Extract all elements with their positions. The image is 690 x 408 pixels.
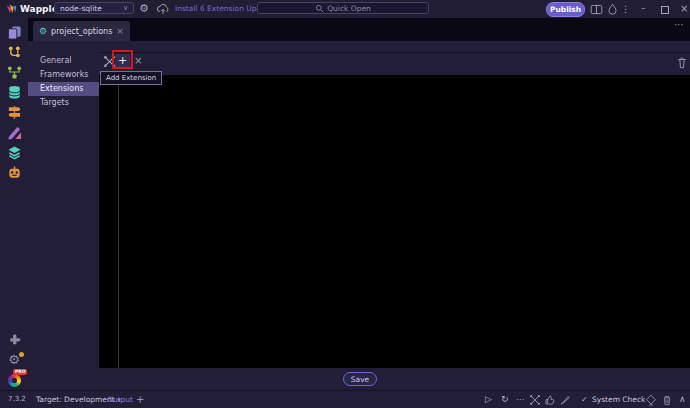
maximize-icon[interactable]	[661, 6, 669, 14]
extensions-panel-empty[interactable]	[99, 75, 690, 368]
status-bar: 7.3.2 Target: Development▾ Output + ▷ ↻ …	[0, 390, 690, 408]
nav-item-general[interactable]: General	[28, 54, 99, 68]
close-tab-icon[interactable]: ×	[116, 26, 124, 36]
add-extension-button[interactable]: +	[115, 54, 130, 68]
quick-open-label: Quick Open	[327, 4, 371, 13]
kebab-menu-icon[interactable]: ⋮	[621, 0, 630, 18]
save-button[interactable]: Save	[343, 372, 377, 386]
chevron-down-icon: ∨	[123, 4, 128, 12]
theme-colorwheel-icon[interactable]: PRO	[3, 370, 25, 390]
add-panel-icon[interactable]: +	[136, 391, 144, 408]
settings-gear-icon[interactable]: ⚙	[3, 350, 25, 370]
wappler-logo-icon	[6, 3, 17, 15]
git-branch-icon[interactable]	[3, 42, 25, 62]
droplet-theme-icon[interactable]	[607, 3, 618, 15]
brush-icon[interactable]	[559, 394, 571, 406]
routes-signpost-icon[interactable]	[3, 102, 25, 122]
version-label: 7.3.2	[8, 391, 26, 408]
layers-icon[interactable]	[3, 142, 25, 162]
add-extension-tooltip: Add Extension	[100, 71, 162, 85]
tab-bar: ⚙ project_options × ⋯	[28, 18, 690, 41]
extensions-puzzle-icon[interactable]	[3, 330, 25, 350]
nav-item-extensions[interactable]: Extensions	[28, 82, 99, 96]
notification-badge	[19, 352, 24, 357]
styles-design-icon[interactable]	[3, 122, 25, 142]
thumbs-up-icon[interactable]	[544, 394, 556, 406]
project-selector-value: node-sqlite	[60, 4, 102, 13]
colorwheel	[8, 374, 21, 387]
database-icon[interactable]	[3, 82, 25, 102]
chevron-up-icon[interactable]: ∧	[679, 391, 686, 408]
cloud-upload-icon[interactable]	[156, 3, 170, 16]
close-window-icon[interactable]: ×	[680, 0, 688, 18]
ai-robot-icon[interactable]	[3, 162, 25, 182]
project-options-nav: General Frameworks Extensions Targets	[28, 41, 99, 390]
tree-guide-line	[118, 75, 119, 368]
tab-overflow-icon[interactable]: ⋯	[674, 19, 684, 30]
content-divider	[99, 52, 690, 53]
check-icon: ✓	[581, 391, 588, 408]
bin-icon[interactable]	[661, 394, 673, 407]
activity-bar: ⚙ PRO	[0, 18, 28, 390]
project-selector[interactable]: node-sqlite ∨	[54, 2, 134, 14]
trash-icon[interactable]	[676, 56, 688, 69]
layout-columns-icon[interactable]	[590, 4, 603, 15]
output-tab[interactable]: Output	[107, 391, 133, 408]
nav-item-targets[interactable]: Targets	[28, 96, 99, 110]
play-icon[interactable]: ▷	[485, 391, 492, 408]
quick-open-search[interactable]: Quick Open	[257, 2, 429, 14]
wappler-window: Wappler node-sqlite ∨ ⚙ Install 6 Extens…	[0, 0, 690, 408]
minimize-icon[interactable]: –	[641, 0, 646, 17]
remove-extension-icon[interactable]: ×	[134, 53, 142, 69]
tab-label: project_options	[51, 27, 112, 36]
clean-panel-icon[interactable]	[645, 394, 657, 406]
nav-item-frameworks[interactable]: Frameworks	[28, 68, 99, 82]
settings-gear-icon[interactable]: ⚙	[139, 0, 149, 18]
workflow-tree-icon[interactable]	[3, 62, 25, 82]
save-bar: Save	[99, 368, 690, 390]
search-icon	[315, 4, 324, 13]
system-check-label[interactable]: System Check	[592, 391, 645, 408]
refresh-icon[interactable]: ↻	[501, 391, 509, 408]
gear-icon: ⚙	[39, 26, 47, 36]
pages-icon[interactable]	[3, 22, 25, 42]
node-connections-icon[interactable]	[529, 394, 541, 406]
titlebar: Wappler node-sqlite ∨ ⚙ Install 6 Extens…	[0, 0, 690, 18]
publish-button[interactable]: Publish	[546, 2, 585, 17]
tab-project-options[interactable]: ⚙ project_options ×	[33, 21, 130, 41]
pro-badge: PRO	[13, 369, 27, 375]
more-options-icon[interactable]: ⋯	[516, 391, 524, 408]
